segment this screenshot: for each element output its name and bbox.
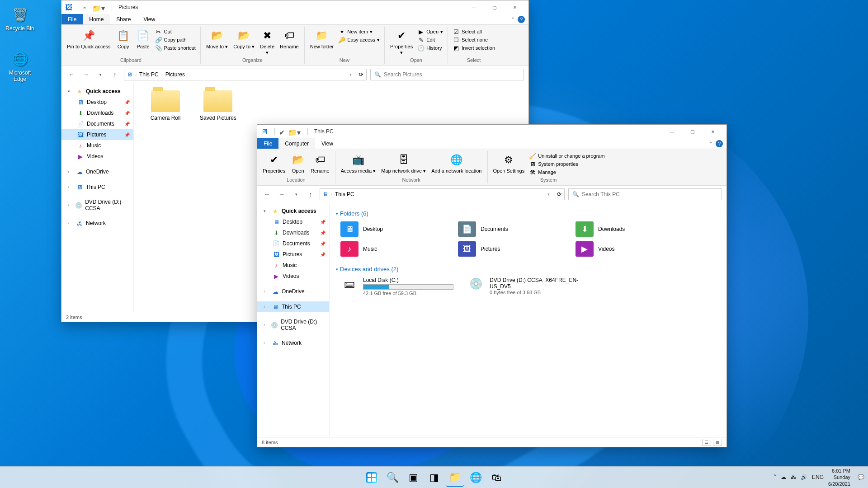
nav-network[interactable]: ›🖧Network <box>257 338 329 348</box>
tab-share[interactable]: Share <box>110 14 137 24</box>
tray-overflow-icon[interactable]: ˄ <box>774 474 776 480</box>
pc-folder-pictures[interactable]: 🖼Pictures <box>458 241 562 257</box>
nav-documents[interactable]: 📄Documents📌 <box>257 238 329 249</box>
addr-dropdown-icon[interactable]: ▾ <box>344 72 356 77</box>
access-media-button[interactable]: 📺Access media ▾ <box>338 152 379 175</box>
manage-button[interactable]: 🛠Manage <box>527 168 606 176</box>
titlebar[interactable]: 🖥 ✔ 📁 ▾ This PC — ▢ ✕ <box>257 125 726 138</box>
nav-downloads[interactable]: ⬇Downloads📌 <box>257 227 329 238</box>
edge-button[interactable]: 🌐 <box>467 469 485 487</box>
open-settings-button[interactable]: ⚙Open Settings <box>491 152 528 175</box>
nav-dvd[interactable]: ›💿DVD Drive (D:) CCSA <box>61 197 133 213</box>
new-folder-button[interactable]: 📁New folder <box>307 28 337 51</box>
select-all-button[interactable]: ☑Select all <box>451 28 497 36</box>
nav-network[interactable]: ›🖧Network <box>61 218 133 229</box>
history-button[interactable]: 🕑History <box>415 44 445 52</box>
qa-folder-icon[interactable]: 📁 <box>92 4 99 10</box>
search-button[interactable]: 🔍 <box>383 469 401 487</box>
qa-save-icon[interactable]: ▫ <box>83 4 90 10</box>
help-icon[interactable]: ? <box>518 16 525 23</box>
nav-downloads[interactable]: ⬇Downloads📌 <box>61 108 133 118</box>
nav-pictures[interactable]: 🖼Pictures📌 <box>61 129 133 140</box>
pc-folder-music[interactable]: ♪Music <box>340 241 444 257</box>
breadcrumb-root[interactable]: This PC <box>335 191 354 197</box>
move-to-button[interactable]: 📂Move to ▾ <box>203 28 231 51</box>
back-button[interactable]: ← <box>262 189 273 200</box>
view-details-button[interactable]: ☰ <box>702 439 711 446</box>
select-none-button[interactable]: ☐Select none <box>451 36 497 44</box>
nav-documents[interactable]: 📄Documents📌 <box>61 118 133 129</box>
pc-folder-desktop[interactable]: 🖥Desktop <box>340 221 444 237</box>
system-properties-button[interactable]: 🖥System properties <box>527 160 606 168</box>
add-network-location-button[interactable]: 🌐Add a network location <box>429 152 484 175</box>
rename-button[interactable]: 🏷Rename <box>308 152 332 175</box>
back-button[interactable]: ← <box>66 69 77 80</box>
nav-music[interactable]: ♪Music <box>257 260 329 271</box>
address-bar[interactable]: 🖥 › This PC › Pictures ▾ ⟳ <box>124 69 367 80</box>
start-button[interactable] <box>363 469 381 487</box>
minimize-button[interactable]: — <box>464 0 484 14</box>
maximize-button[interactable]: ▢ <box>484 0 505 14</box>
tab-computer[interactable]: Computer <box>278 138 315 149</box>
up-button[interactable]: ↑ <box>109 69 120 80</box>
properties-button[interactable]: ✔Properties▾ <box>387 28 415 56</box>
map-drive-button[interactable]: 🗄Map network drive ▾ <box>378 152 429 175</box>
nav-onedrive[interactable]: ›☁OneDrive <box>257 286 329 297</box>
pc-folder-downloads[interactable]: ⬇Downloads <box>576 221 679 237</box>
nav-quick-access[interactable]: ▾★Quick access <box>61 86 133 97</box>
tab-view[interactable]: View <box>137 14 161 24</box>
qa-props-icon[interactable]: ✔ <box>279 128 285 135</box>
refresh-button[interactable]: ⟳ <box>557 191 561 197</box>
uninstall-button[interactable]: 🧹Uninstall or change a program <box>527 152 606 160</box>
content-area[interactable]: ▾Folders (6) 🖥Desktop📄Documents⬇Download… <box>330 203 726 437</box>
address-bar[interactable]: 🖥 › This PC ▾ ⟳ <box>320 188 565 200</box>
properties-button[interactable]: ✔Properties <box>260 152 288 175</box>
section-drives-header[interactable]: ▾Devices and drives (2) <box>336 263 720 275</box>
folder-saved-pictures[interactable]: Saved Pictures <box>195 90 241 121</box>
pc-folder-videos[interactable]: ▶Videos <box>576 241 679 257</box>
new-item-button[interactable]: ✦New item ▾ <box>336 28 382 36</box>
nav-dvd[interactable]: ›💿DVD Drive (D:) CCSA <box>257 317 329 333</box>
search-input[interactable]: 🔍 Search Pictures <box>370 69 524 80</box>
notifications-icon[interactable]: 💬 <box>858 474 864 480</box>
nav-desktop[interactable]: 🖥Desktop📌 <box>257 216 329 227</box>
recent-dropdown[interactable]: ▾ <box>291 189 302 200</box>
copy-path-button[interactable]: 🔗Copy path <box>153 36 198 44</box>
nav-onedrive[interactable]: ›☁OneDrive <box>61 166 133 177</box>
desktop-icon-edge[interactable]: 🌐 Microsoft Edge <box>3 48 37 82</box>
nav-desktop[interactable]: 🖥Desktop📌 <box>61 97 133 108</box>
drive-local-disk-c[interactable]: 🖴 Local Disk (C:) 42.1 GB free of 59.3 G… <box>340 277 453 296</box>
widgets-button[interactable]: ◨ <box>425 469 443 487</box>
breadcrumb-root[interactable]: This PC <box>139 71 159 78</box>
forward-button[interactable]: → <box>80 69 91 80</box>
section-folders-header[interactable]: ▾Folders (6) <box>336 207 720 220</box>
rename-button[interactable]: 🏷Rename <box>277 28 302 51</box>
paste-shortcut-button[interactable]: 📎Paste shortcut <box>153 44 198 52</box>
open-button[interactable]: ▶Open ▾ <box>415 28 445 36</box>
up-button[interactable]: ↑ <box>305 189 316 200</box>
onedrive-tray-icon[interactable]: ☁ <box>781 474 786 480</box>
pc-folder-documents[interactable]: 📄Documents <box>458 221 562 237</box>
view-large-button[interactable]: ▦ <box>713 439 722 446</box>
nav-quick-access[interactable]: ▾★Quick access <box>257 206 329 216</box>
qa-dropdown-icon[interactable]: ▾ <box>297 128 303 135</box>
nav-music[interactable]: ♪Music <box>61 140 133 151</box>
qa-dropdown-icon[interactable]: ▾ <box>101 4 108 10</box>
collapse-ribbon-icon[interactable]: ˄ <box>710 141 712 146</box>
language-indicator[interactable]: ENG <box>812 474 824 480</box>
folder-camera-roll[interactable]: Camera Roll <box>143 90 188 121</box>
drive-dvd[interactable]: 💿 DVD Drive (D:) CCSA_X64FRE_EN-US_DV5 0… <box>467 277 580 296</box>
nav-thispc[interactable]: ›🖥This PC <box>257 301 329 312</box>
invert-selection-button[interactable]: ◩Invert selection <box>451 44 497 52</box>
easy-access-button[interactable]: 🔑Easy access ▾ <box>336 36 382 44</box>
file-explorer-button[interactable]: 📁 <box>446 469 464 487</box>
cut-button[interactable]: ✂Cut <box>153 28 198 36</box>
forward-button[interactable]: → <box>276 189 287 200</box>
task-view-button[interactable]: ▣ <box>404 469 422 487</box>
nav-videos[interactable]: ▶Videos <box>257 271 329 282</box>
volume-tray-icon[interactable]: 🔊 <box>801 474 807 480</box>
nav-thispc[interactable]: ›🖥This PC <box>61 182 133 192</box>
tab-file[interactable]: File <box>257 138 278 149</box>
edit-button[interactable]: ✎Edit <box>415 36 445 44</box>
breadcrumb-leaf[interactable]: Pictures <box>165 71 185 78</box>
